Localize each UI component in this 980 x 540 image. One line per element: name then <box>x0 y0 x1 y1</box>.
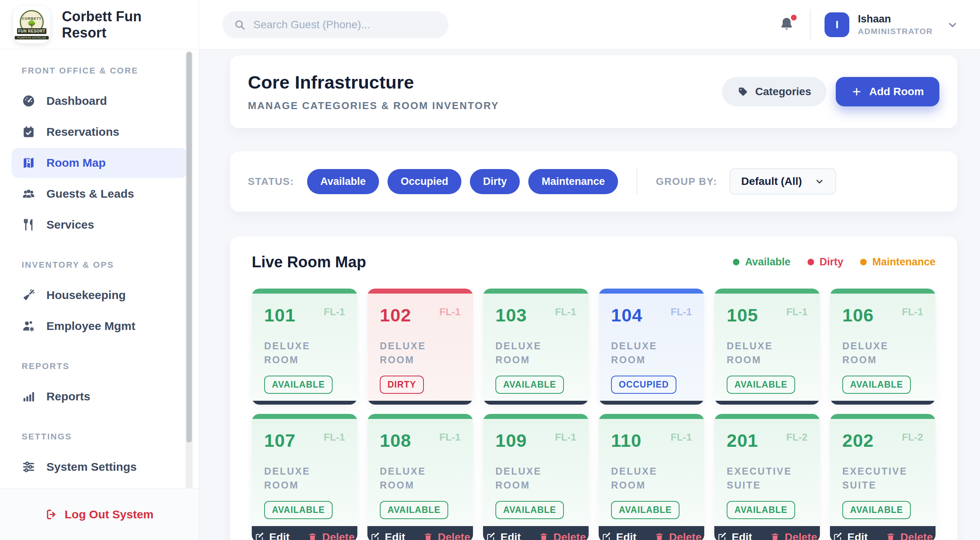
edit-label: Edit <box>269 531 290 540</box>
room-status-badge: AVAILABLE <box>842 376 911 394</box>
add-room-label: Add Room <box>869 85 924 98</box>
room-type-label: DELUXE ROOM <box>842 339 923 367</box>
room-delete-button[interactable]: Delete <box>886 531 933 540</box>
sidebar-item-label: System Settings <box>46 460 137 473</box>
room-map-icon <box>22 156 36 170</box>
nav-section-label: INVENTORY & OPS <box>0 260 199 270</box>
edit-label: Edit <box>385 531 405 540</box>
room-card-109: 109FL-1DELUXE ROOMAVAILABLEEditDelete <box>483 414 589 540</box>
legend-dot-icon <box>733 259 739 265</box>
room-status-badge: AVAILABLE <box>842 501 911 519</box>
room-edit-button[interactable]: Edit <box>833 531 868 540</box>
room-edit-button[interactable]: Edit <box>370 531 405 540</box>
search-input[interactable] <box>253 19 437 31</box>
status-filter-available[interactable]: Available <box>307 169 379 194</box>
main-content: Core Infrastructure MANAGE CATEGORIES & … <box>199 50 980 540</box>
logo-sub-text: PUMPKIN HOTELSS <box>15 36 49 39</box>
sidebar-item-label: Reports <box>46 390 90 403</box>
status-filter-maintenance[interactable]: Maintenance <box>528 169 618 194</box>
legend-item-maintenance: Maintenance <box>860 256 936 268</box>
room-card-103: 103FL-1DELUXE ROOMAVAILABLEEditDelete <box>483 289 589 405</box>
guest-search[interactable] <box>222 11 449 38</box>
room-status-badge: OCCUPIED <box>611 376 676 394</box>
resort-logo: CORBETT 🌳 FUN RESORT PUMPKIN HOTELSS <box>13 6 50 43</box>
status-filter-occupied[interactable]: Occupied <box>388 169 461 194</box>
room-number: 104 <box>611 304 642 326</box>
room-number: 109 <box>495 430 527 451</box>
room-edit-button[interactable]: Edit <box>254 531 290 540</box>
room-floor-badge: FL-1 <box>324 431 345 443</box>
room-status-strip <box>367 414 473 419</box>
sidebar-item-system-settings[interactable]: System Settings <box>12 452 187 482</box>
room-floor-badge: FL-1 <box>555 431 576 443</box>
legend-dot-icon <box>808 259 814 265</box>
room-card-body: 107FL-1DELUXE ROOMAVAILABLE <box>252 419 357 526</box>
topbar: I Ishaan ADMINISTRATOR <box>199 0 980 50</box>
legend-label: Available <box>745 256 790 268</box>
trash-icon <box>654 532 664 540</box>
user-menu[interactable]: I Ishaan ADMINISTRATOR <box>825 12 958 37</box>
room-edit-button[interactable]: Edit <box>601 531 637 540</box>
user-role: ADMINISTRATOR <box>858 27 933 36</box>
sidebar-scrollbar-thumb[interactable] <box>186 52 192 443</box>
room-floor-badge: FL-1 <box>786 306 808 318</box>
room-delete-button[interactable]: Delete <box>539 531 586 540</box>
sidebar-item-services[interactable]: Services <box>12 210 187 240</box>
filter-divider <box>637 169 637 194</box>
room-delete-button[interactable]: Delete <box>654 531 702 540</box>
status-filter-dirty[interactable]: Dirty <box>470 169 520 194</box>
edit-label: Edit <box>847 531 868 540</box>
room-type-label: DELUXE ROOM <box>264 339 345 367</box>
group-by-select[interactable]: Default (All) <box>729 168 836 195</box>
live-room-map-card: Live Room Map AvailableDirtyMaintenance … <box>230 236 957 540</box>
brand-header: CORBETT 🌳 FUN RESORT PUMPKIN HOTELSS Cor… <box>0 0 199 50</box>
room-number: 105 <box>727 304 758 326</box>
sidebar-item-guests-leads[interactable]: Guests & Leads <box>12 179 187 209</box>
room-card-body: 104FL-1DELUXE ROOMOCCUPIED <box>599 294 704 401</box>
room-card-body: 109FL-1DELUXE ROOMAVAILABLE <box>483 419 589 526</box>
page-title: Core Infrastructure <box>248 72 499 93</box>
logout-button[interactable]: Log Out System <box>0 488 199 540</box>
room-delete-button[interactable]: Delete <box>770 531 817 540</box>
room-card-106: 106FL-1DELUXE ROOMAVAILABLEEditDelete <box>830 289 936 405</box>
room-delete-button[interactable]: Delete <box>423 531 470 540</box>
room-status-badge: AVAILABLE <box>727 501 795 519</box>
filter-card: STATUS: AvailableOccupiedDirtyMaintenanc… <box>230 151 957 212</box>
sidebar-item-housekeeping[interactable]: Housekeeping <box>12 280 187 310</box>
nav-section-label: FRONT OFFICE & CORE <box>0 66 199 76</box>
sidebar-scrollbar[interactable] <box>186 51 193 497</box>
room-status-badge: AVAILABLE <box>611 501 680 519</box>
logo-arc-text: CORBETT <box>22 17 42 21</box>
room-edit-button[interactable]: Edit <box>486 531 521 540</box>
room-card-footer: EditDelete <box>367 401 473 405</box>
notifications-button[interactable] <box>779 16 796 33</box>
room-status-strip <box>714 289 820 294</box>
room-type-label: EXECUTIVE SUITE <box>727 464 808 492</box>
sidebar: CORBETT 🌳 FUN RESORT PUMPKIN HOTELSS Cor… <box>0 0 199 540</box>
sidebar-item-label: Dashboard <box>46 94 107 108</box>
nav-section-label: REPORTS <box>0 361 199 371</box>
room-card-footer: EditDelete <box>599 526 704 540</box>
room-number: 201 <box>727 430 758 451</box>
trash-icon <box>423 532 433 540</box>
room-status-badge: AVAILABLE <box>264 376 333 394</box>
room-floor-badge: FL-1 <box>902 306 923 318</box>
sidebar-item-label: Room Map <box>46 156 106 169</box>
add-room-button[interactable]: Add Room <box>836 77 939 106</box>
room-edit-button[interactable]: Edit <box>717 531 752 540</box>
notification-badge <box>791 15 797 21</box>
room-card-102: 102FL-1DELUXE ROOMDIRTYEditDelete <box>367 289 473 405</box>
room-delete-button[interactable]: Delete <box>307 531 355 540</box>
sidebar-item-dashboard[interactable]: Dashboard <box>12 86 187 116</box>
sidebar-item-reports[interactable]: Reports <box>12 381 187 412</box>
logout-icon <box>45 508 58 521</box>
sidebar-item-room-map[interactable]: Room Map <box>12 148 187 178</box>
room-status-badge: DIRTY <box>380 376 424 394</box>
room-status-badge: AVAILABLE <box>495 501 564 519</box>
categories-button[interactable]: Categories <box>722 77 827 106</box>
sidebar-item-reservations[interactable]: Reservations <box>12 117 187 147</box>
categories-label: Categories <box>755 85 811 98</box>
sidebar-item-employee-mgmt[interactable]: Employee Mgmt <box>12 311 187 341</box>
trash-icon <box>539 532 549 540</box>
avatar: I <box>825 12 849 37</box>
